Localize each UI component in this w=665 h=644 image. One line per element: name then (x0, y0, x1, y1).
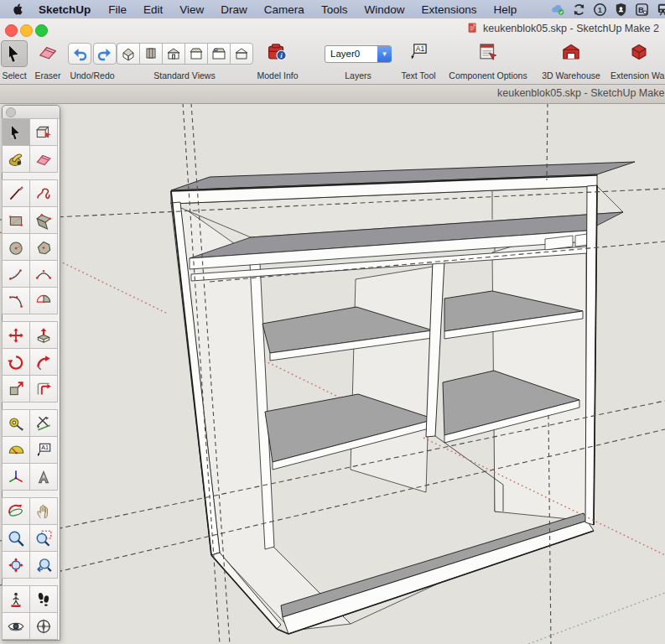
offset-icon (34, 380, 53, 398)
palette-tool-zoom-extents[interactable] (2, 551, 30, 579)
palette-tool-zoom-window[interactable] (29, 524, 58, 552)
redo-button[interactable] (93, 43, 117, 65)
make-component-icon (34, 123, 53, 142)
palette-tool-two-point-arc[interactable] (29, 260, 58, 288)
palette-tool-make-component[interactable] (29, 118, 58, 146)
palette-tool-scale[interactable] (2, 375, 30, 402)
palette-header[interactable] (3, 106, 60, 119)
palette-tool-eraser[interactable] (29, 145, 58, 173)
toolbar-label-model-info: Model Info (257, 70, 298, 80)
toolbar-label-select: Select (2, 70, 26, 80)
follow-me-icon (34, 353, 53, 371)
model-viewport[interactable] (0, 103, 665, 644)
3d-warehouse-button[interactable] (560, 41, 582, 66)
palette-tool-arc[interactable] (2, 260, 30, 288)
menu-file[interactable]: File (100, 3, 135, 16)
two-point-arc-icon (34, 265, 53, 283)
palette-tool-orbit[interactable] (2, 497, 30, 525)
minimize-window-button[interactable] (20, 24, 33, 37)
eraser-button[interactable] (37, 41, 59, 66)
zoom-window-button[interactable] (35, 24, 48, 37)
status-one-circle[interactable]: 1 (592, 2, 608, 18)
palette-tool-walk[interactable] (29, 585, 58, 613)
palette-tool-push-pull[interactable] (29, 321, 58, 349)
view-iso-button[interactable] (117, 43, 139, 65)
extension-warehouse-button[interactable] (628, 41, 650, 66)
select-icon (3, 43, 25, 65)
menu-tools[interactable]: Tools (313, 3, 356, 16)
svg-text:1: 1 (598, 5, 602, 13)
palette-tool-select[interactable] (2, 118, 30, 146)
toolbar-group-model-info: iModel Info (252, 39, 304, 82)
toolbar-label-undo-redo: Undo/Redo (70, 70, 114, 80)
status-transit[interactable] (655, 2, 665, 18)
compass-icon (34, 617, 53, 636)
undo-button[interactable] (68, 43, 91, 65)
palette-tool-rectangle[interactable] (2, 206, 30, 234)
chevron-down-icon[interactable]: ▾ (377, 46, 392, 62)
pan-icon (34, 502, 53, 521)
palette-tool-position-camera[interactable] (2, 585, 30, 613)
palette-tool-circle[interactable] (2, 233, 30, 261)
status-b-app[interactable]: B (634, 2, 650, 18)
toolbar-group-undo-redo: Undo/Redo (67, 39, 117, 82)
menu-help[interactable]: Help (485, 3, 525, 16)
palette-tool-line[interactable] (2, 179, 30, 207)
view-left-button[interactable] (230, 43, 253, 65)
menu-camera[interactable]: Camera (256, 3, 313, 16)
select-button[interactable] (1, 40, 28, 67)
palette-tool-3d-text[interactable] (29, 463, 58, 491)
palette-tool-tape-measure[interactable] (2, 409, 30, 437)
palette-tool-axes[interactable] (2, 463, 30, 491)
undo-icon (71, 45, 88, 62)
palette-tool-protractor[interactable] (2, 436, 30, 464)
orbit-icon (7, 502, 25, 521)
view-front-button[interactable] (162, 43, 184, 65)
palette-tool-offset[interactable] (29, 375, 58, 402)
status-refresh[interactable] (571, 2, 587, 18)
palette-tool-text[interactable]: A1 (29, 436, 58, 464)
toolbar-group-3d-warehouse: 3D Warehouse (536, 39, 606, 82)
menu-window[interactable]: Window (356, 3, 413, 16)
view-top-button[interactable] (139, 43, 162, 65)
palette-tool-polygon[interactable] (29, 233, 58, 261)
model-info-button[interactable]: i (267, 41, 288, 66)
close-window-button[interactable] (5, 24, 18, 37)
menu-view[interactable]: View (171, 3, 212, 16)
menu-draw[interactable]: Draw (212, 3, 256, 16)
palette-tool-pie[interactable] (29, 287, 58, 314)
toolbar-label-layers: Layers (345, 70, 371, 80)
3d-text-icon (34, 468, 53, 486)
palette-tool-zoom-previous[interactable] (29, 551, 58, 579)
menu-sketchup[interactable]: SketchUp (29, 3, 100, 16)
view-right-button[interactable] (184, 43, 207, 65)
status-cloud-sync[interactable] (550, 2, 566, 18)
circle-icon (7, 238, 25, 257)
status-location-shield[interactable] (613, 2, 629, 18)
palette-tool-three-point-arc[interactable] (2, 287, 30, 314)
view-back-button[interactable] (207, 43, 230, 65)
palette-tool-follow-me[interactable] (29, 348, 58, 376)
palette-tool-rotate[interactable] (2, 348, 30, 376)
layers-combobox[interactable]: Layer0▾ (325, 45, 392, 63)
palette-tool-freehand[interactable] (29, 179, 58, 207)
menu-extensions[interactable]: Extensions (413, 3, 485, 16)
one-circle-icon: 1 (592, 2, 608, 18)
zoom-window-icon (34, 529, 53, 548)
menu-edit[interactable]: Edit (135, 3, 171, 16)
palette-tool-pan[interactable] (29, 497, 58, 525)
palette-tool-rotated-rectangle[interactable] (29, 206, 58, 234)
palette-tool-dimensions[interactable] (29, 409, 58, 437)
palette-close-button[interactable] (6, 107, 16, 117)
apple-menu-icon[interactable] (11, 3, 24, 16)
palette-tool-move[interactable] (2, 321, 30, 349)
svg-text:A1: A1 (41, 444, 49, 451)
palette-tool-paint-bucket[interactable] (2, 145, 30, 173)
palette-tool-compass[interactable] (29, 612, 58, 640)
line-icon (7, 184, 25, 203)
model-info-icon: i (267, 41, 288, 63)
palette-tool-look-around[interactable] (2, 612, 30, 640)
component-options-button[interactable] (477, 41, 499, 66)
text-tool-button[interactable]: A1 (408, 41, 429, 66)
palette-tool-zoom[interactable] (2, 524, 30, 552)
